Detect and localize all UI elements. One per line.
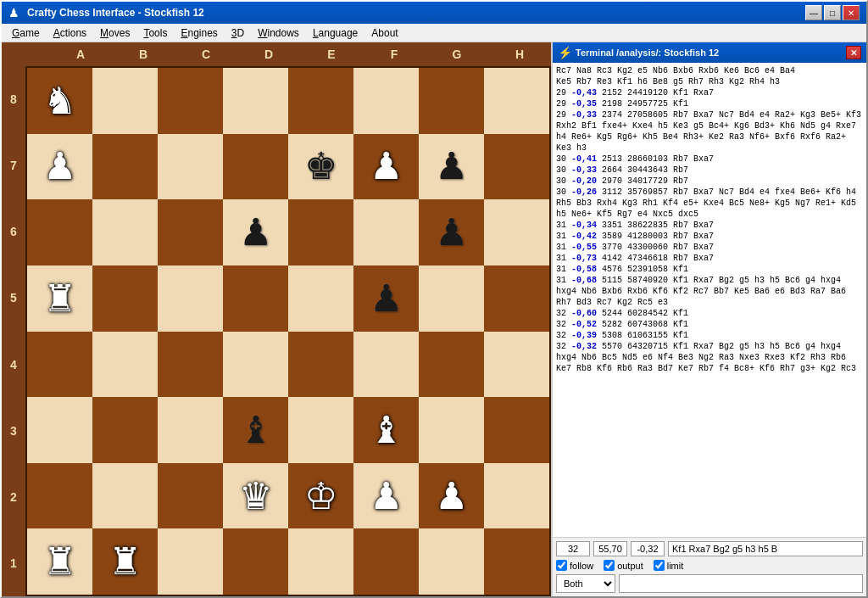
menu-windows[interactable]: Windows xyxy=(251,25,306,41)
square-b1[interactable]: ♜ xyxy=(92,528,158,595)
square-b6[interactable] xyxy=(92,199,158,265)
chess-board[interactable]: ♞♟♚♟♟♟♟♜♟♝♝♛♔♟♟♜♜ xyxy=(25,66,551,596)
white-pawn-g2[interactable]: ♟ xyxy=(435,478,468,515)
square-g8[interactable] xyxy=(419,68,484,134)
square-d5[interactable] xyxy=(223,265,288,332)
square-f7[interactable]: ♟ xyxy=(353,134,419,200)
black-pawn-g6[interactable]: ♟ xyxy=(435,214,468,251)
square-e6[interactable] xyxy=(288,199,353,265)
square-f6[interactable] xyxy=(353,199,419,265)
square-d2[interactable]: ♛ xyxy=(223,463,288,529)
square-g6[interactable]: ♟ xyxy=(419,199,484,265)
side-selector[interactable]: Both White Black xyxy=(556,574,615,593)
square-c2[interactable] xyxy=(158,463,223,529)
menu-engines[interactable]: Engines xyxy=(174,25,224,41)
square-a1[interactable]: ♜ xyxy=(27,528,92,595)
white-queen-d2[interactable]: ♛ xyxy=(239,478,272,515)
command-input[interactable] xyxy=(619,574,863,593)
square-e8[interactable] xyxy=(288,68,353,134)
square-e1[interactable] xyxy=(288,528,353,595)
square-e3[interactable] xyxy=(288,397,353,463)
menu-tools[interactable]: Tools xyxy=(136,25,174,41)
square-c5[interactable] xyxy=(158,265,223,332)
white-rook-a5[interactable]: ♜ xyxy=(43,280,76,317)
square-c1[interactable] xyxy=(158,528,223,595)
white-rook-a1[interactable]: ♜ xyxy=(43,543,76,580)
square-g2[interactable]: ♟ xyxy=(419,463,484,529)
square-g5[interactable] xyxy=(419,265,484,332)
black-bishop-d3[interactable]: ♝ xyxy=(239,411,272,449)
square-d1[interactable] xyxy=(223,528,288,595)
square-c4[interactable] xyxy=(158,332,223,398)
menu-language[interactable]: Language xyxy=(306,25,364,41)
menu-moves[interactable]: Moves xyxy=(93,25,136,41)
square-e7[interactable]: ♚ xyxy=(288,134,353,200)
square-f3[interactable]: ♝ xyxy=(353,397,419,463)
square-h3[interactable] xyxy=(484,397,549,463)
square-f4[interactable] xyxy=(353,332,419,398)
square-f2[interactable]: ♟ xyxy=(353,463,419,529)
terminal-close-button[interactable]: ✕ xyxy=(846,46,861,59)
menu-game[interactable]: Game xyxy=(5,25,47,41)
white-bishop-f3[interactable]: ♝ xyxy=(370,411,403,449)
square-a5[interactable]: ♜ xyxy=(27,265,92,332)
square-g3[interactable] xyxy=(419,397,484,463)
square-h6[interactable] xyxy=(484,199,549,265)
square-h2[interactable] xyxy=(484,463,549,529)
square-d6[interactable]: ♟ xyxy=(223,199,288,265)
square-f8[interactable] xyxy=(353,68,419,134)
white-pawn-f2[interactable]: ♟ xyxy=(370,478,403,515)
square-c3[interactable] xyxy=(158,397,223,463)
square-d4[interactable] xyxy=(223,332,288,398)
square-c7[interactable] xyxy=(158,134,223,200)
square-h8[interactable] xyxy=(484,68,549,134)
black-pawn-f5[interactable]: ♟ xyxy=(370,280,403,317)
square-b2[interactable] xyxy=(92,463,158,529)
square-h5[interactable] xyxy=(484,265,549,332)
square-b3[interactable] xyxy=(92,397,158,463)
white-knight-a8[interactable]: ♞ xyxy=(43,82,76,120)
square-g1[interactable] xyxy=(419,528,484,595)
square-g7[interactable]: ♟ xyxy=(419,134,484,200)
square-h4[interactable] xyxy=(484,332,549,398)
white-pawn-a7[interactable]: ♟ xyxy=(43,148,76,185)
follow-checkbox[interactable] xyxy=(556,560,567,571)
white-pawn-f7[interactable]: ♟ xyxy=(370,148,403,185)
white-rook-b1[interactable]: ♜ xyxy=(108,543,142,580)
square-c8[interactable] xyxy=(158,68,223,134)
black-king-e7[interactable]: ♚ xyxy=(304,148,337,185)
square-h7[interactable] xyxy=(484,134,549,200)
square-a2[interactable] xyxy=(27,463,92,529)
square-d7[interactable] xyxy=(223,134,288,200)
minimize-button[interactable]: — xyxy=(805,5,822,20)
output-checkbox[interactable] xyxy=(604,560,615,571)
menu-about[interactable]: About xyxy=(364,25,404,41)
square-h1[interactable] xyxy=(484,528,549,595)
follow-checkbox-label[interactable]: follow xyxy=(556,560,593,571)
square-e5[interactable] xyxy=(288,265,353,332)
square-d8[interactable] xyxy=(223,68,288,134)
square-a8[interactable]: ♞ xyxy=(27,68,92,134)
square-a4[interactable] xyxy=(27,332,92,398)
limit-checkbox-label[interactable]: limit xyxy=(654,560,684,571)
close-button[interactable]: ✕ xyxy=(843,5,860,20)
square-b8[interactable] xyxy=(92,68,158,134)
limit-checkbox[interactable] xyxy=(654,560,665,571)
square-a3[interactable] xyxy=(27,397,92,463)
square-d3[interactable]: ♝ xyxy=(223,397,288,463)
square-f5[interactable]: ♟ xyxy=(353,265,419,332)
white-king-e2[interactable]: ♔ xyxy=(304,478,337,515)
square-c6[interactable] xyxy=(158,199,223,265)
square-e2[interactable]: ♔ xyxy=(288,463,353,529)
menu-actions[interactable]: Actions xyxy=(47,25,93,41)
menu-3d[interactable]: 3D xyxy=(225,25,251,41)
square-f1[interactable] xyxy=(353,528,419,595)
square-g4[interactable] xyxy=(419,332,484,398)
square-b5[interactable] xyxy=(92,265,158,332)
maximize-button[interactable]: □ xyxy=(824,5,841,20)
output-checkbox-label[interactable]: output xyxy=(604,560,643,571)
black-pawn-d6[interactable]: ♟ xyxy=(239,214,272,251)
square-a7[interactable]: ♟ xyxy=(27,134,92,200)
square-a6[interactable] xyxy=(27,199,92,265)
square-b4[interactable] xyxy=(92,332,158,398)
